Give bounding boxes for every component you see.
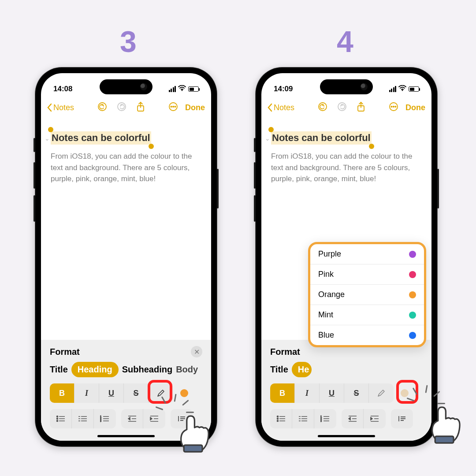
svg-point-44 bbox=[277, 416, 278, 417]
dash-list-button[interactable] bbox=[72, 409, 94, 428]
wifi-icon bbox=[178, 85, 186, 93]
note-body-text[interactable]: From iOS18, you can add the colour to th… bbox=[271, 151, 422, 185]
clock: 14:09 bbox=[274, 85, 293, 93]
bold-button[interactable]: B bbox=[270, 383, 295, 403]
svg-point-5 bbox=[171, 106, 171, 107]
indent-button[interactable] bbox=[143, 409, 165, 428]
style-title[interactable]: Title bbox=[270, 364, 288, 375]
pointer-hand-icon bbox=[168, 407, 217, 456]
status-bar: 14:09 bbox=[261, 73, 431, 98]
svg-point-41 bbox=[391, 106, 392, 107]
color-label: Blue bbox=[318, 331, 334, 340]
dash-list-button[interactable] bbox=[292, 409, 314, 428]
color-dot bbox=[409, 332, 416, 339]
back-label: Notes bbox=[53, 103, 74, 112]
clock: 14:08 bbox=[53, 85, 72, 93]
block-quote-button[interactable] bbox=[391, 409, 413, 428]
step-number-4: 4 bbox=[337, 24, 354, 59]
number-list-button[interactable]: 123 bbox=[314, 409, 336, 428]
svg-point-48 bbox=[277, 420, 278, 422]
svg-point-43 bbox=[395, 106, 396, 107]
share-icon[interactable] bbox=[357, 101, 365, 114]
text-color-swatch[interactable] bbox=[180, 389, 188, 397]
color-picker-popup: Purple Pink Orange Mint Blue bbox=[308, 242, 426, 347]
wifi-icon bbox=[398, 85, 406, 93]
signal-icon bbox=[389, 86, 397, 92]
back-button[interactable]: Notes bbox=[268, 103, 294, 112]
color-dot bbox=[409, 271, 416, 278]
outdent-button[interactable] bbox=[342, 409, 364, 428]
svg-point-12 bbox=[56, 420, 58, 422]
italic-button[interactable]: I bbox=[295, 383, 320, 403]
step-number-3: 3 bbox=[120, 24, 137, 59]
svg-point-10 bbox=[56, 418, 58, 420]
svg-rect-73 bbox=[435, 436, 454, 443]
color-option-blue[interactable]: Blue bbox=[310, 325, 424, 345]
style-heading[interactable]: He bbox=[292, 362, 312, 377]
strike-button[interactable]: S bbox=[344, 383, 369, 403]
done-button[interactable]: Done bbox=[185, 103, 205, 112]
signal-icon bbox=[169, 86, 176, 92]
format-title: Format bbox=[270, 347, 300, 357]
nav-bar: Notes Done bbox=[261, 98, 431, 117]
collapse-chevron-icon[interactable]: ⌄ bbox=[265, 135, 270, 142]
more-icon[interactable] bbox=[168, 102, 178, 114]
svg-point-0 bbox=[182, 90, 183, 91]
color-label: Purple bbox=[318, 249, 341, 259]
color-label: Mint bbox=[318, 310, 333, 320]
undo-icon[interactable] bbox=[97, 102, 107, 113]
number-list-button[interactable]: 123 bbox=[94, 409, 116, 428]
done-button[interactable]: Done bbox=[405, 103, 425, 112]
bullet-list-button[interactable] bbox=[270, 409, 292, 428]
share-icon[interactable] bbox=[136, 101, 145, 114]
svg-point-8 bbox=[56, 416, 58, 417]
more-icon[interactable] bbox=[389, 102, 398, 114]
color-dot bbox=[409, 312, 416, 319]
svg-rect-72 bbox=[184, 445, 202, 452]
color-option-pink[interactable]: Pink bbox=[310, 264, 424, 285]
underline-button[interactable]: U bbox=[320, 383, 344, 403]
home-indicator[interactable] bbox=[97, 435, 155, 437]
strike-button[interactable]: S bbox=[124, 383, 149, 403]
outdent-button[interactable] bbox=[121, 409, 143, 428]
svg-text:3: 3 bbox=[320, 420, 322, 422]
phone-right: 14:09 Notes Done bbox=[256, 67, 437, 446]
collapse-chevron-icon[interactable]: ⌄ bbox=[45, 135, 50, 142]
svg-point-42 bbox=[393, 106, 394, 107]
color-option-purple[interactable]: Purple bbox=[310, 244, 424, 264]
style-heading[interactable]: Heading bbox=[71, 362, 119, 377]
highlight-pencil-button[interactable] bbox=[149, 383, 173, 403]
redo-icon bbox=[337, 102, 347, 113]
format-panel: Format Title He B I U S bbox=[261, 340, 431, 441]
style-body[interactable]: Body bbox=[176, 364, 198, 375]
color-dot bbox=[409, 291, 416, 298]
underline-button[interactable]: U bbox=[99, 383, 124, 403]
nav-bar: Notes Done bbox=[41, 98, 211, 117]
bold-button[interactable]: B bbox=[50, 383, 74, 403]
back-label: Notes bbox=[274, 103, 294, 112]
status-bar: 14:08 bbox=[41, 73, 211, 98]
note-title-selected[interactable]: Notes can be colorful bbox=[51, 131, 151, 145]
svg-point-7 bbox=[175, 106, 175, 107]
svg-point-46 bbox=[277, 418, 278, 420]
style-subheading[interactable]: Subheading bbox=[122, 364, 172, 375]
note-title-selected[interactable]: Notes can be colorful bbox=[271, 131, 372, 145]
back-button[interactable]: Notes bbox=[47, 103, 74, 112]
highlight-pencil-button[interactable] bbox=[369, 383, 394, 403]
color-option-mint[interactable]: Mint bbox=[310, 305, 424, 325]
color-option-orange[interactable]: Orange bbox=[310, 285, 424, 305]
home-indicator[interactable] bbox=[318, 435, 375, 437]
text-color-swatch[interactable] bbox=[401, 389, 409, 397]
note-body-text[interactable]: From iOS18, you can add the colour to th… bbox=[51, 151, 201, 185]
bullet-list-button[interactable] bbox=[50, 409, 72, 428]
style-title[interactable]: Title bbox=[50, 364, 68, 375]
color-label: Orange bbox=[318, 290, 345, 299]
italic-button[interactable]: I bbox=[74, 383, 99, 403]
svg-text:3: 3 bbox=[100, 420, 101, 422]
redo-icon bbox=[117, 102, 126, 113]
close-icon[interactable]: ✕ bbox=[191, 346, 202, 357]
indent-button[interactable] bbox=[364, 409, 386, 428]
color-label: Pink bbox=[318, 270, 334, 279]
undo-icon[interactable] bbox=[318, 102, 327, 113]
battery-icon bbox=[409, 86, 419, 92]
